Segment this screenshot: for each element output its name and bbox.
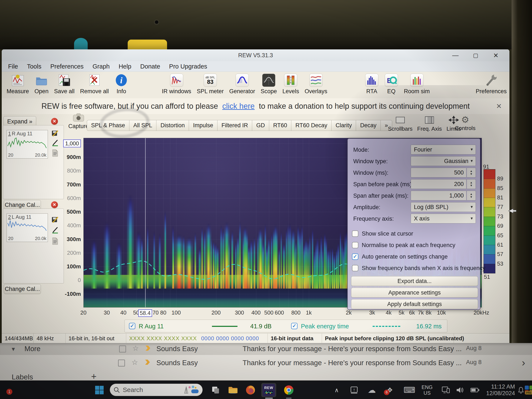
tab-impulse[interactable]: Impulse	[189, 120, 217, 131]
file-explorer-button[interactable]	[227, 384, 239, 396]
levels-button[interactable]: 036 Levels	[280, 73, 302, 95]
change-cal-button-2[interactable]: Change Cal...	[4, 284, 41, 294]
remove-all-button[interactable]: ✕ Remove all	[77, 73, 112, 95]
language-indicator[interactable]: ENGUS	[420, 384, 435, 396]
tab-distortion[interactable]: Distortion	[156, 120, 189, 131]
chevron-down-icon[interactable]: ▾	[12, 345, 15, 353]
auto-generate-checkbox-row[interactable]: Auto generate on settings change	[352, 252, 448, 261]
open-button[interactable]: Open	[32, 73, 51, 95]
clock[interactable]: 11:12 AM 12/08/2024	[483, 383, 515, 397]
banner-close-icon[interactable]: ✕	[496, 102, 502, 110]
cursor-frequency-readout[interactable]: 58.4	[138, 309, 152, 317]
email-sender[interactable]: Sounds Easy	[156, 359, 198, 367]
appearance-settings-button[interactable]: Appearance settings	[351, 288, 478, 298]
frequency-axis-dropdown[interactable]: X axis▼	[411, 214, 476, 223]
normalise-checkbox[interactable]	[352, 242, 358, 248]
tab-decay[interactable]: Decay	[356, 120, 380, 131]
show-slice-checkbox[interactable]	[352, 230, 358, 237]
preview-app-icon[interactable]: PRE	[524, 384, 532, 396]
export-data-button[interactable]: Export data...	[351, 276, 478, 286]
onedrive-cloud-icon[interactable]: ☁	[367, 385, 377, 395]
chrome-button[interactable]	[283, 384, 295, 396]
save-all-button[interactable]: Save all	[51, 73, 77, 95]
window-ms-stepper[interactable]: ▲▼	[467, 168, 476, 177]
edit-pen-icon[interactable]	[51, 139, 59, 147]
email-subject[interactable]: Thanks for your message - Here's your re…	[243, 345, 462, 353]
email-sender[interactable]: Sounds Easy	[156, 345, 198, 353]
window-type-dropdown[interactable]: Gaussian▼	[411, 156, 476, 166]
speaker-icon[interactable]	[455, 385, 465, 395]
email-more-label[interactable]: More	[25, 345, 40, 353]
cast-icon[interactable]	[441, 385, 451, 395]
menu-pro-upgrades[interactable]: Pro Upgrades	[165, 63, 212, 70]
tab-spl-phase[interactable]: SPL & Phase	[87, 120, 129, 131]
firefox-button[interactable]	[245, 384, 256, 396]
email-checkbox[interactable]	[118, 360, 125, 367]
tab-gd[interactable]: GD	[252, 120, 269, 131]
remove-measurement-2-icon[interactable]: ✕	[51, 201, 58, 208]
tab-clarity[interactable]: Clarity	[331, 120, 356, 131]
cursor-time-readout[interactable]: 1,000	[63, 139, 81, 147]
tab-rt60[interactable]: RT60	[269, 120, 291, 131]
scrollbars-toggle[interactable]: Scrollbars	[388, 116, 413, 132]
show-bands-checkbox-row[interactable]: Show frequency bands when X axis is freq…	[352, 263, 485, 273]
minimize-button[interactable]: —	[452, 52, 459, 59]
menu-file[interactable]: File	[2, 63, 23, 70]
overlays-button[interactable]: Overlays	[302, 73, 330, 95]
normalise-checkbox-row[interactable]: Normalise to peak at each frequency	[352, 241, 455, 250]
apply-default-settings-button[interactable]: Apply default settings	[351, 299, 478, 309]
email-row[interactable]: ☆ Sounds Easy Thanks for your message - …	[0, 355, 532, 371]
span-before-peak-input[interactable]: 200	[411, 179, 466, 189]
close-button[interactable]: ✕	[493, 52, 498, 59]
show-bands-checkbox[interactable]	[352, 265, 358, 271]
tab-all-spl[interactable]: All SPL	[129, 120, 156, 131]
span-before-peak-stepper[interactable]: ▲▼	[467, 179, 476, 189]
email-row-partial[interactable]: ▾ More ☆ Sounds Easy Thanks for your mes…	[0, 343, 532, 355]
remove-measurement-1-icon[interactable]: ✕	[51, 118, 58, 125]
tray-update-icon[interactable]: ↑	[349, 385, 359, 395]
info-button[interactable]: i Info	[112, 73, 131, 95]
tab-rt60-decay[interactable]: RT60 Decay	[291, 120, 331, 131]
window-ms-input[interactable]: 500	[411, 168, 466, 177]
mode-dropdown[interactable]: Fourier▼	[411, 145, 476, 154]
maximize-button[interactable]: ▢	[473, 52, 478, 59]
menu-donate[interactable]: Donate	[136, 63, 165, 70]
dropbox-icon[interactable]: ❖ 6	[384, 385, 395, 396]
measurement-thumbnail-1[interactable]: 1R Aug 11 20 20.0k	[6, 130, 48, 158]
scope-button[interactable]: Scope	[258, 73, 280, 95]
show-slice-checkbox-row[interactable]: Show slice at cursor	[352, 229, 413, 238]
rta-button[interactable]: RTA	[362, 73, 381, 95]
start-button[interactable]	[94, 384, 105, 396]
preferences-button[interactable]: Preferences	[473, 73, 509, 95]
touch-keyboard-icon[interactable]: ⌨	[404, 385, 415, 395]
measurement-thumbnail-2[interactable]: 2L Aug 11 20 20.0k	[6, 213, 48, 242]
room-sim-button[interactable]: Room sim	[401, 73, 433, 95]
measure-button[interactable]: Measure	[4, 73, 32, 95]
taskbar-search[interactable]: Search	[110, 384, 203, 396]
donation-link[interactable]: click here	[222, 102, 255, 111]
menu-tools[interactable]: Tools	[23, 63, 46, 70]
eq-button[interactable]: E EQ	[381, 73, 401, 95]
star-icon[interactable]: ☆	[132, 344, 139, 352]
chevron-right-icon[interactable]: ›	[522, 357, 525, 368]
span-after-peak-stepper[interactable]: ▲▼	[467, 191, 476, 200]
save-measurement-icon[interactable]	[51, 129, 59, 137]
legend-peak-energy-checkbox[interactable]	[291, 323, 298, 329]
controls-button[interactable]: ⚙ Controls	[452, 114, 478, 132]
legend-r-aug-11-checkbox[interactable]	[129, 323, 135, 329]
email-subject[interactable]: Thanks for your message - Here's your re…	[243, 359, 462, 367]
star-icon[interactable]: ☆	[132, 358, 138, 367]
email-checkbox[interactable]	[119, 346, 126, 352]
menu-help[interactable]: Help	[114, 63, 136, 70]
ir-windows-button[interactable]: IR windows	[159, 73, 194, 95]
add-label-icon[interactable]: +	[91, 371, 97, 382]
menu-graph[interactable]: Graph	[88, 63, 114, 70]
menu-preferences[interactable]: Preferences	[46, 63, 88, 70]
span-after-peak-input[interactable]: 1,000	[411, 191, 466, 200]
amplitude-dropdown[interactable]: Log (dB SPL)▼	[411, 202, 476, 212]
freq-axis-toggle[interactable]: Freq. Axis	[417, 116, 442, 132]
battery-icon[interactable]	[469, 385, 481, 395]
auto-generate-checkbox[interactable]	[352, 253, 358, 260]
spl-meter-button[interactable]: dB SPL 83 SPL meter	[194, 73, 227, 95]
generator-button[interactable]: Generator	[226, 73, 258, 95]
